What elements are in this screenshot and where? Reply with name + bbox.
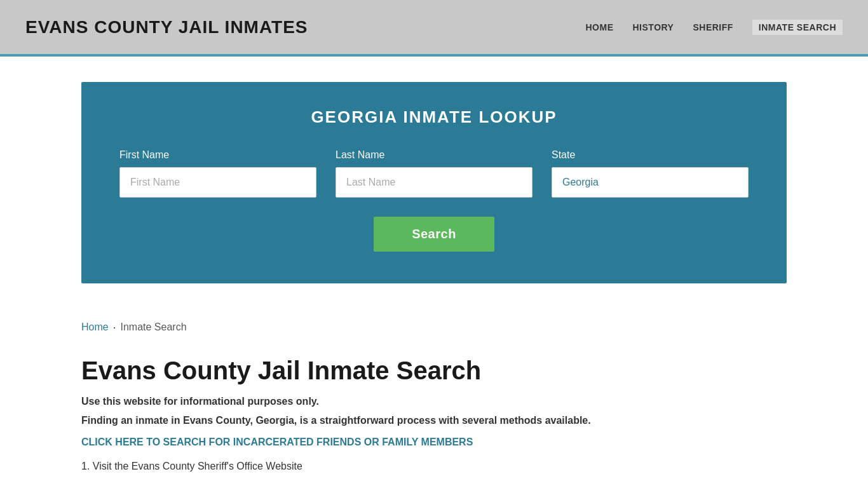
nav-link-home[interactable]: HOME	[586, 22, 614, 32]
last-name-label: Last Name	[336, 149, 532, 161]
first-name-field-group: First Name	[119, 149, 316, 198]
page-title: Evans County Jail Inmate Search	[81, 355, 787, 386]
breadcrumb-home-link[interactable]: Home	[81, 322, 109, 333]
nav-item-home[interactable]: HOME	[586, 22, 614, 33]
search-section-title: GEORGIA INMATE LOOKUP	[119, 107, 749, 127]
first-name-input[interactable]	[119, 167, 316, 198]
nav-menu: HOME HISTORY SHERIFF INMATE SEARCH	[586, 22, 843, 33]
nav-link-history[interactable]: HISTORY	[633, 22, 674, 32]
nav-link-inmate-search[interactable]: INMATE SEARCH	[752, 20, 843, 35]
state-input[interactable]	[552, 167, 749, 198]
search-button[interactable]: Search	[374, 217, 494, 252]
main-nav: HOME HISTORY SHERIFF INMATE SEARCH	[586, 22, 843, 33]
search-section: GEORGIA INMATE LOOKUP First Name Last Na…	[81, 82, 787, 283]
info-text-2: Finding an inmate in Evans County, Georg…	[81, 415, 787, 426]
breadcrumb: Home • Inmate Search	[81, 322, 787, 333]
site-header: EVANS COUNTY JAIL INMATES HOME HISTORY S…	[0, 0, 868, 54]
breadcrumb-separator: •	[114, 325, 116, 330]
click-here-link[interactable]: CLICK HERE to Search for Incarcerated Fr…	[81, 437, 787, 448]
nav-link-sheriff[interactable]: SHERIFF	[693, 22, 733, 32]
first-name-label: First Name	[119, 149, 316, 161]
breadcrumb-current: Inmate Search	[121, 322, 187, 333]
last-name-input[interactable]	[336, 167, 532, 198]
nav-item-sheriff[interactable]: SHERIFF	[693, 22, 733, 33]
numbered-item-1: 1. Visit the Evans County Sheriff's Offi…	[81, 461, 787, 472]
info-text-1: Use this website for informational purpo…	[81, 396, 787, 407]
state-field-group: State	[552, 149, 749, 198]
nav-item-history[interactable]: HISTORY	[633, 22, 674, 33]
header-border	[0, 54, 868, 57]
state-label: State	[552, 149, 749, 161]
last-name-field-group: Last Name	[336, 149, 532, 198]
search-btn-wrapper: Search	[119, 217, 749, 252]
nav-item-inmate-search[interactable]: INMATE SEARCH	[752, 22, 843, 33]
search-fields: First Name Last Name State	[119, 149, 749, 198]
site-title: EVANS COUNTY JAIL INMATES	[25, 17, 308, 37]
main-content: Home • Inmate Search Evans County Jail I…	[0, 309, 868, 488]
